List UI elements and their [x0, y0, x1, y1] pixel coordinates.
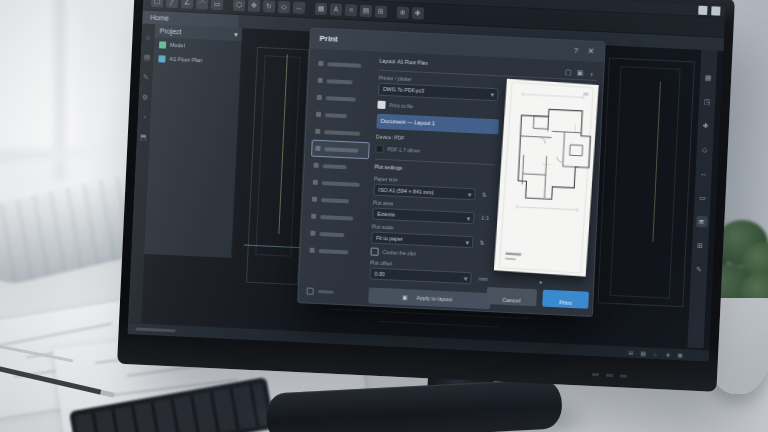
model-icon[interactable]: ▣: [677, 351, 683, 358]
mirror-icon[interactable]: ◇: [278, 0, 291, 13]
hatch-icon[interactable]: ▦: [315, 2, 328, 15]
layers-icon[interactable]: ⬒: [140, 133, 147, 141]
move-icon[interactable]: ✥: [248, 0, 261, 11]
chevron-down-icon: ▾: [467, 215, 471, 223]
wave-icon[interactable]: ≋: [696, 216, 708, 228]
measure-icon[interactable]: ≡: [345, 4, 358, 17]
floor-plan-drawing: [494, 79, 599, 277]
apply-to-layout-button[interactable]: ▣ Apply to layout: [368, 287, 491, 309]
apply-button-label: Apply to layout: [417, 295, 453, 302]
center-plot-row[interactable]: Center the plot: [370, 247, 428, 258]
grid-icon[interactable]: ⊞: [375, 5, 388, 18]
selected-document-row[interactable]: Document — Layout 1: [376, 114, 499, 135]
zoom-icon[interactable]: ⊕: [397, 6, 410, 19]
offset-value: 0.00: [374, 272, 384, 278]
print-button[interactable]: Print: [542, 290, 589, 309]
command-line-stub[interactable]: [136, 327, 176, 332]
rotate-icon[interactable]: ↻: [263, 0, 276, 12]
polygon-icon[interactable]: ⬡: [233, 0, 246, 11]
chevron-down-icon: ▾: [468, 191, 472, 199]
category-label-bar: [327, 62, 361, 68]
annotate-icon[interactable]: ✎: [143, 74, 149, 82]
driver-label: PDF 1.7 driver: [387, 147, 420, 154]
cancel-button[interactable]: Cancel: [486, 287, 537, 306]
page-filled-icon[interactable]: ▣: [576, 69, 583, 79]
rectangle-icon[interactable]: ▭: [697, 192, 709, 204]
osnap-icon[interactable]: ◈: [666, 350, 671, 357]
canvas-wireframe-inner: [610, 66, 681, 299]
menubar-right-icons: [698, 6, 720, 16]
print-to-file-checkbox[interactable]: [377, 101, 385, 109]
paper-size-dropdown[interactable]: ISO A1 (594 × 841 mm) ▾: [373, 184, 475, 201]
plot-scale-value: Fit to paper: [376, 236, 403, 242]
page-indicator-dot[interactable]: •: [539, 277, 542, 286]
category-label-bar: [321, 198, 349, 203]
category-row[interactable]: [306, 241, 365, 261]
category-icon: [316, 112, 321, 117]
plot-area-label: Plot area: [373, 201, 393, 207]
rectangle-icon[interactable]: ▭: [211, 0, 224, 10]
preview-sheet[interactable]: [494, 79, 599, 277]
stretch-icon[interactable]: ↔: [698, 168, 710, 180]
arc-icon[interactable]: ◠: [196, 0, 209, 9]
paper-stepper-icon[interactable]: ⇅: [482, 191, 487, 198]
polyline-icon[interactable]: ∠: [181, 0, 194, 8]
drawing-icon: [159, 41, 166, 48]
preview-toolbar: ▢▣＋: [565, 68, 596, 79]
category-icon: [311, 214, 316, 219]
history-icon[interactable]: ◔: [142, 114, 147, 122]
viewport-icon[interactable]: ◳: [701, 96, 713, 108]
sheets-icon[interactable]: ▤: [144, 54, 151, 62]
info-label-bar: [318, 290, 334, 294]
offset-input[interactable]: 0.00 ▾: [369, 267, 471, 284]
layout-header: Layout: A1 Floor Plan: [379, 59, 467, 68]
project-item-label: A1 Floor Plan: [169, 56, 202, 63]
category-icon: [315, 129, 320, 134]
add-view-icon[interactable]: ＋: [588, 70, 595, 80]
category-label-bar: [324, 130, 360, 136]
home-icon[interactable]: ⌂: [146, 34, 151, 42]
center-plot-checkbox[interactable]: [370, 247, 378, 255]
scene: File Edit View Insert Tools Draw Dimensi…: [0, 0, 768, 432]
close-icon[interactable]: ✕: [587, 46, 594, 55]
plot-scale-dropdown[interactable]: Fit to paper ▾: [371, 231, 473, 248]
device-line: Device: PDF: [376, 135, 404, 141]
category-label-bar: [327, 79, 353, 84]
grid-icon[interactable]: ⊞: [695, 240, 707, 252]
print-dialog: Print ? ✕: [297, 27, 606, 317]
category-label-bar: [319, 249, 349, 254]
help-icon[interactable]: ?: [574, 46, 579, 55]
plot-area-dropdown[interactable]: Extents ▾: [372, 208, 474, 225]
info-icon[interactable]: [307, 288, 314, 295]
offset-icon[interactable]: ↔: [293, 1, 306, 14]
line-icon[interactable]: ╱: [166, 0, 179, 8]
collapse-icon[interactable]: ▾: [234, 28, 238, 41]
print-to-file-label: Print to file: [389, 103, 413, 109]
select-icon[interactable]: ▢: [151, 0, 164, 7]
grid-icon[interactable]: ▦: [640, 349, 646, 356]
hatch-icon[interactable]: ▦: [702, 72, 714, 84]
bezel-indicator: [606, 374, 613, 377]
ortho-icon[interactable]: ∟: [653, 350, 659, 356]
text-icon[interactable]: A: [330, 3, 343, 16]
workspace-icon[interactable]: [698, 6, 707, 15]
mirror-icon[interactable]: ◇: [699, 144, 711, 156]
print-to-file-row[interactable]: Print to file: [377, 101, 422, 111]
printer-dropdown[interactable]: DWG To PDF.pc3 ▾: [378, 83, 498, 102]
layers-icon[interactable]: ▤: [360, 4, 373, 17]
scale-stepper-icon[interactable]: ⇅: [480, 239, 485, 246]
stepper-icon[interactable]: ▾: [464, 275, 468, 283]
project-item-floorplan[interactable]: A1 Floor Plan: [153, 51, 241, 69]
settings-icon[interactable]: ⚙: [142, 94, 149, 102]
page-outline-icon[interactable]: ▢: [565, 68, 572, 78]
driver-row[interactable]: PDF 1.7 driver: [375, 145, 432, 156]
edit-icon[interactable]: ✎: [693, 264, 705, 276]
pan-icon[interactable]: ✚: [412, 7, 425, 20]
category-label-bar: [320, 215, 353, 221]
account-icon[interactable]: [711, 6, 720, 15]
print-button-label: Print: [559, 295, 572, 310]
snap-icon[interactable]: ⊞: [628, 349, 633, 356]
dialog-settings-column: Layout: A1 Floor Plan Printer / plotter …: [379, 58, 501, 71]
add-icon[interactable]: ✚: [700, 120, 712, 132]
dialog-title: Print: [319, 34, 338, 44]
